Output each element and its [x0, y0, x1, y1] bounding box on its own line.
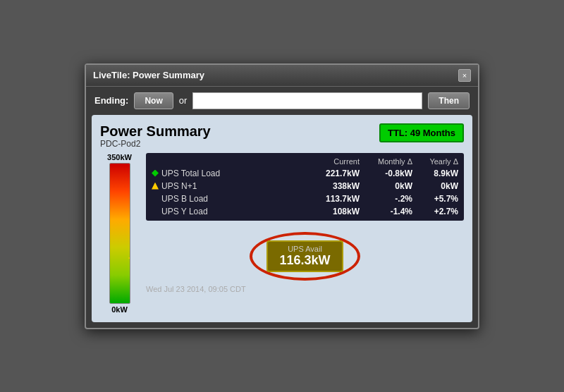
row-label-0: UPS Total Load [152, 169, 310, 178]
table-row: UPS N+1 338kW 0kW 0kW [149, 180, 461, 192]
col-header-monthly: Monthly Δ [360, 157, 412, 166]
gauge-bottom-label: 0kW [111, 305, 128, 314]
row-monthly-3: -1.4% [360, 207, 412, 216]
green-diamond-icon [152, 170, 159, 177]
row-label-1: UPS N+1 [152, 181, 310, 191]
table-row: UPS B Load 113.7kW -.2% +5.7% [149, 192, 461, 205]
row-yearly-0: 8.9kW [412, 169, 458, 178]
row-label-3: UPS Y Load [152, 207, 310, 216]
ups-avail-box: UPS Avail 116.3kW [266, 240, 343, 272]
ups-avail-area: UPS Avail 116.3kW [146, 232, 464, 281]
power-title: Power Summary [100, 123, 211, 139]
row-monthly-0: -0.8kW [360, 169, 412, 178]
close-button[interactable]: × [458, 69, 471, 82]
row-current-1: 338kW [310, 181, 360, 191]
row-yearly-3: +2.7% [412, 207, 458, 216]
row-yearly-2: +5.7% [412, 194, 458, 204]
table-header: Current Monthly Δ Yearly Δ [149, 156, 461, 167]
row-current-2: 113.7kW [310, 194, 360, 204]
then-button[interactable]: Then [428, 92, 470, 109]
table-row: UPS Total Load 221.7kW -0.8kW 8.9kW [149, 167, 461, 180]
table-row: UPS Y Load 108kW -1.4% +2.7% [149, 205, 461, 218]
gauge-arrow-icon [128, 254, 130, 262]
power-header: Power Summary PDC-Pod2 TTL: 49 Months [100, 123, 464, 149]
no-indicator-icon [152, 195, 159, 202]
now-button[interactable]: Now [134, 92, 173, 109]
dialog: LiveTile: Power Summary × Ending: Now or… [85, 63, 479, 329]
no-indicator-icon [152, 208, 159, 215]
content-area: Power Summary PDC-Pod2 TTL: 49 Months 35… [92, 115, 472, 322]
gauge-top-label: 350kW [107, 153, 132, 161]
col-header-current: Current [310, 157, 360, 166]
title-bar: LiveTile: Power Summary × [86, 65, 478, 87]
gauge-gradient [110, 164, 130, 303]
or-label: or [179, 95, 188, 106]
main-body: 350kW 0kW Current Monthly Δ Yearly Δ [100, 153, 464, 314]
ups-avail-oval: UPS Avail 116.3kW [250, 232, 360, 281]
ups-avail-label: UPS Avail [279, 245, 330, 253]
row-label-2: UPS B Load [152, 194, 310, 204]
date-input[interactable] [192, 92, 422, 109]
row-yearly-1: 0kW [412, 181, 458, 191]
row-monthly-2: -.2% [360, 194, 412, 204]
toolbar: Ending: Now or Then [86, 87, 478, 115]
row-current-0: 221.7kW [310, 169, 360, 178]
gauge-bar [109, 163, 130, 304]
dialog-title: LiveTile: Power Summary [93, 70, 204, 80]
row-monthly-1: 0kW [360, 181, 412, 191]
gauge-column: 350kW 0kW [100, 153, 139, 314]
ttl-badge: TTL: 49 Months [379, 123, 464, 142]
ending-label: Ending: [94, 95, 128, 106]
yellow-triangle-icon [152, 183, 159, 190]
footer-timestamp: Wed Jul 23 2014, 09:05 CDT [146, 285, 464, 293]
data-column: Current Monthly Δ Yearly Δ UPS Total Loa… [146, 153, 464, 314]
power-subtitle: PDC-Pod2 [100, 139, 211, 149]
row-current-3: 108kW [310, 207, 360, 216]
data-table: Current Monthly Δ Yearly Δ UPS Total Loa… [146, 153, 464, 221]
col-header-yearly: Yearly Δ [412, 157, 458, 166]
ups-avail-value: 116.3kW [279, 253, 330, 268]
